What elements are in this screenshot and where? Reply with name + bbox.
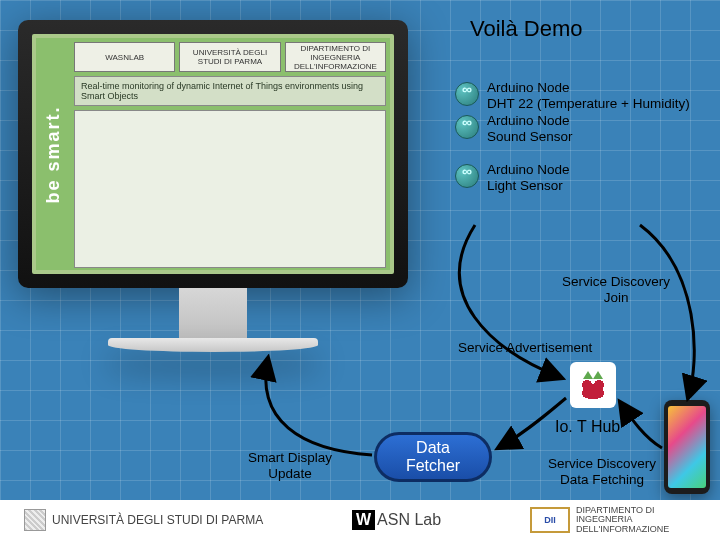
arduino-node: Arduino Node Light Sensor: [455, 162, 695, 193]
screen-caption: Real-time monitoring of dynamic Internet…: [74, 76, 386, 106]
node-subtitle: DHT 22 (Temperature + Humidity): [487, 96, 690, 111]
monitor-screen: be smart. WASNLAB UNIVERSITÀ DEGLI STUDI…: [32, 34, 394, 274]
footer-bar: UNIVERSITÀ DEGLI STUDI DI PARMA WASN Lab…: [0, 500, 720, 540]
data-fetcher-node: DataFetcher: [374, 432, 492, 482]
arduino-node-text: Arduino Node Sound Sensor: [487, 113, 573, 144]
screen-logo: WASNLAB: [74, 42, 175, 72]
screen-logo: DIPARTIMENTO DI INGEGNERIA DELL'INFORMAZ…: [285, 42, 386, 72]
screen-logo: UNIVERSITÀ DEGLI STUDI DI PARMA: [179, 42, 280, 72]
arduino-icon: [455, 82, 479, 106]
footer-mid: WASN Lab: [352, 510, 441, 530]
page-title: Voilà Demo: [470, 16, 583, 42]
footer-mid-text: ASN Lab: [377, 511, 441, 529]
arduino-node: Arduino Node DHT 22 (Temperature + Humid…: [455, 80, 695, 111]
footer-left-text: UNIVERSITÀ DEGLI STUDI DI PARMA: [52, 513, 263, 527]
raspberry-pi-icon: [570, 362, 616, 408]
label-smart-display-update: Smart DisplayUpdate: [248, 450, 332, 481]
node-subtitle: Light Sensor: [487, 178, 563, 193]
label-service-discovery-data-fetching: Service DiscoveryData Fetching: [548, 456, 656, 487]
screen-sidebar: be smart.: [36, 38, 70, 270]
arduino-node-text: Arduino Node DHT 22 (Temperature + Humid…: [487, 80, 690, 111]
label-iot-hub: Io. T Hub: [555, 418, 620, 436]
footer-right: DIPARTIMENTO DI INGEGNERIA DELL'INFORMAZ…: [530, 506, 696, 534]
arduino-icon: [455, 115, 479, 139]
screen-content: WASNLAB UNIVERSITÀ DEGLI STUDI DI PARMA …: [70, 38, 390, 270]
node-subtitle: Sound Sensor: [487, 129, 573, 144]
arduino-node: Arduino Node Sound Sensor: [455, 113, 695, 144]
arrow-service-discovery-data-fetching: [620, 402, 662, 448]
university-crest-icon: [24, 509, 46, 531]
arrow-smart-display-update: [266, 358, 372, 455]
label-service-discovery-join: Service DiscoveryJoin: [562, 274, 670, 305]
screen-sidebar-text: be smart.: [43, 105, 64, 203]
node-title: Arduino Node: [487, 80, 570, 95]
dii-crest-icon: [530, 507, 570, 533]
screen-main-area: [74, 110, 386, 268]
arduino-node-text: Arduino Node Light Sensor: [487, 162, 570, 193]
screen-logo-row: WASNLAB UNIVERSITÀ DEGLI STUDI DI PARMA …: [74, 42, 386, 72]
arrow-service-discovery-join: [640, 225, 694, 398]
footer-left: UNIVERSITÀ DEGLI STUDI DI PARMA: [24, 509, 263, 531]
monitor-bezel: be smart. WASNLAB UNIVERSITÀ DEGLI STUDI…: [18, 20, 408, 288]
monitor-stand-base: [108, 338, 318, 352]
label-service-advertisement: Service Advertisement: [458, 340, 592, 356]
mobile-device: [664, 400, 710, 494]
arduino-icon: [455, 164, 479, 188]
arduino-node-list: Arduino Node DHT 22 (Temperature + Humid…: [455, 80, 695, 195]
footer-right-text: DIPARTIMENTO DI INGEGNERIA DELL'INFORMAZ…: [576, 506, 696, 534]
node-title: Arduino Node: [487, 162, 570, 177]
monitor-stand-neck: [179, 288, 247, 338]
smart-display-monitor: be smart. WASNLAB UNIVERSITÀ DEGLI STUDI…: [18, 20, 408, 352]
footer-w-badge: W: [352, 510, 375, 530]
mobile-screen: [668, 406, 706, 488]
node-title: Arduino Node: [487, 113, 570, 128]
